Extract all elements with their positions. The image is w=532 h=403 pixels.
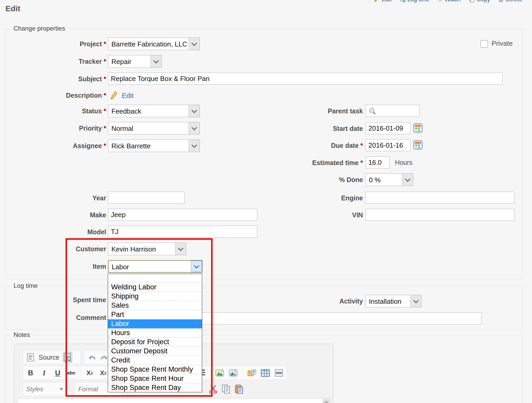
copy-action-link[interactable]: Copy [469, 0, 490, 3]
horizontal-rule-icon[interactable] [274, 368, 283, 378]
dropdown-option[interactable]: Part [108, 310, 202, 319]
required-asterisk: * [104, 58, 106, 65]
hours-suffix: Hours [395, 159, 413, 166]
preview-button[interactable] [63, 352, 72, 363]
editor-content-area[interactable] [17, 398, 330, 403]
priority-select[interactable]: Normal [108, 122, 200, 135]
source-button-label: Source [39, 354, 59, 361]
required-asterisk: * [104, 125, 106, 132]
document-magnifier-icon [64, 353, 71, 361]
paste-clipboard-icon[interactable] [235, 384, 243, 394]
bold-button[interactable]: B [26, 368, 35, 378]
subject-input[interactable] [108, 73, 503, 85]
dropdown-option[interactable]: Shop Space Rent Hour [108, 374, 202, 383]
private-checkbox[interactable] [481, 40, 488, 48]
chevron-down-icon [191, 261, 202, 272]
dropdown-option[interactable]: Shop Space Rent Day [108, 383, 202, 392]
due-date-label: Due date * [243, 142, 363, 149]
tracker-select[interactable]: Repair [108, 55, 162, 68]
assignee-select[interactable]: Rick Barrette [108, 139, 200, 152]
description-edit-link[interactable]: Edit [122, 92, 134, 100]
model-input[interactable] [108, 226, 257, 238]
scroll-up-button[interactable] [323, 399, 330, 403]
activity-select[interactable]: Installation [366, 295, 422, 307]
dropdown-option-selected[interactable]: Labor [108, 319, 202, 329]
browse-server-icon[interactable] [247, 368, 256, 378]
customer-select-value: Kevin Harrison [111, 245, 156, 253]
dropdown-option[interactable]: Credit [108, 356, 202, 365]
start-date-input[interactable] [366, 122, 410, 134]
percent-done-select[interactable]: 0 % [366, 173, 413, 186]
parent-task-label: Parent task [243, 107, 363, 115]
caret-down-icon [59, 388, 63, 390]
dropdown-option[interactable]: Sales [108, 301, 202, 310]
undo-icon[interactable] [87, 352, 96, 363]
copy-action-label: Copy [477, 0, 490, 3]
required-asterisk: * [104, 40, 106, 48]
dropdown-option[interactable]: Shop Space Rent Monthly [108, 365, 202, 374]
chevron-down-icon [189, 105, 200, 117]
chevron-down-icon [410, 295, 421, 307]
redo-icon[interactable] [100, 352, 109, 363]
assignee-label: Assignee * [14, 142, 106, 150]
required-asterisk: * [104, 75, 106, 83]
dropdown-option[interactable]: Welding Labor [108, 283, 202, 292]
required-asterisk: * [104, 107, 106, 115]
cut-scissors-icon[interactable] [208, 384, 218, 394]
estimated-time-input[interactable] [366, 156, 390, 168]
required-asterisk: * [360, 159, 363, 166]
dropdown-option[interactable]: Deposit for Project [108, 338, 202, 347]
year-input[interactable] [108, 192, 184, 204]
insert-image-icon[interactable] [215, 368, 224, 378]
required-asterisk: * [104, 92, 106, 99]
dropdown-option[interactable]: Customer Deposit [108, 347, 202, 356]
customer-select[interactable]: Kevin Harrison [108, 243, 186, 255]
item-select-value: Labor [112, 263, 129, 271]
pencil-icon [374, 0, 380, 3]
delete-action-link[interactable]: Delete [498, 0, 523, 3]
source-mode-button[interactable] [26, 352, 35, 363]
log-time-legend: Log time [11, 282, 40, 289]
chevron-down-icon [189, 38, 200, 50]
underline-button[interactable]: U [53, 368, 62, 378]
insert-table-icon[interactable] [261, 368, 270, 378]
insert-media-icon[interactable] [229, 368, 238, 378]
comment-label: Comment [14, 314, 106, 322]
calendar-icon[interactable] [413, 123, 423, 133]
magnifier-icon [368, 107, 376, 115]
edit-action-link[interactable]: Edit [374, 0, 392, 3]
status-select[interactable]: Feedback [108, 105, 200, 117]
editor-toolbar-row1-group1: Source [23, 351, 81, 364]
format-dropdown-label: Format [78, 386, 98, 393]
vin-input[interactable] [366, 209, 515, 221]
spent-time-label: Spent time [14, 296, 106, 304]
item-select[interactable]: Labor [108, 260, 202, 273]
editor-scrollbar[interactable] [322, 399, 330, 403]
watch-action-link[interactable]: ★ Watch [437, 0, 461, 3]
estimated-time-label: Estimated time * [243, 159, 363, 167]
description-label: Description * [14, 92, 106, 99]
engine-label: Engine [243, 194, 363, 202]
engine-input[interactable] [366, 192, 515, 204]
percent-done-select-value: 0 % [369, 176, 381, 184]
project-label: Project * [14, 40, 106, 48]
dropdown-option[interactable]: Shipping [108, 292, 202, 301]
copy-document-icon[interactable] [222, 384, 230, 394]
superscript-button[interactable]: X2 [99, 368, 108, 378]
dropdown-option[interactable]: Hours [108, 329, 202, 338]
toolbar-separator [211, 369, 211, 377]
due-date-input[interactable] [366, 139, 410, 151]
subscript-button[interactable]: X2 [85, 368, 94, 378]
italic-button[interactable]: I [40, 368, 49, 378]
make-input[interactable] [108, 209, 257, 221]
strikethrough-button[interactable]: abc [67, 368, 76, 378]
styles-dropdown[interactable]: Styles [23, 382, 67, 396]
dropdown-option-blank[interactable] [108, 274, 202, 283]
year-label: Year [14, 194, 106, 202]
log-time-action-link[interactable]: Log time [399, 0, 429, 3]
project-select[interactable]: Barrette Fabrication, LLC [108, 38, 200, 50]
percent-done-label: % Done [243, 176, 363, 184]
calendar-icon[interactable] [413, 140, 423, 150]
notes-fieldset: Notes Source [5, 335, 523, 403]
log-time-fieldset: Log time Spent time Activity Installatio… [5, 286, 523, 330]
